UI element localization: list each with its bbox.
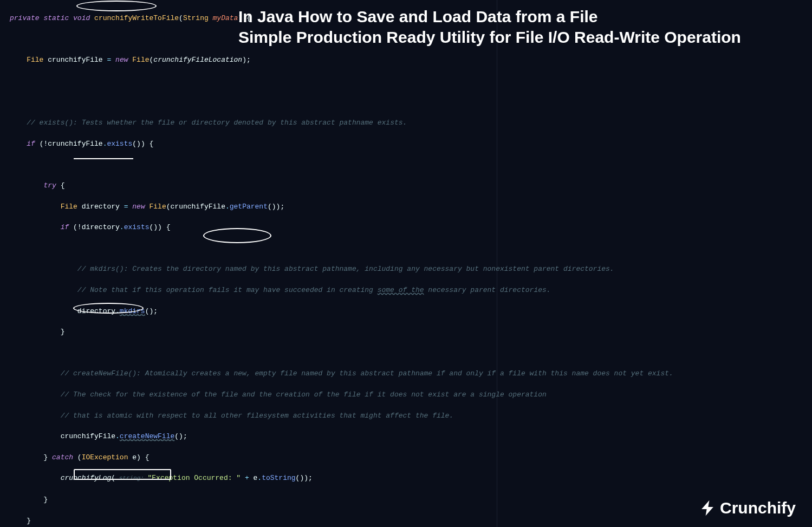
title-line-2: Simple Production Ready Utility for File… (238, 27, 790, 48)
code-line: crunchifyLog( string: "Exception Occurre… (10, 473, 802, 484)
code-line: crunchifyFile.createNewFile(); (10, 431, 802, 441)
annotation-underline-mkdirs (74, 158, 133, 159)
code-line: try { (10, 180, 802, 191)
code-line: } (10, 327, 802, 337)
title-line-1: In Java How to Save and Load Data from a… (238, 6, 790, 27)
brand-logo: Crunchify (698, 499, 796, 517)
code-line: // exists(): Tests whether the file or d… (10, 118, 802, 128)
article-title: In Java How to Save and Load Data from a… (238, 6, 790, 48)
code-line: } (10, 495, 802, 505)
code-line: // Note that if this operation fails it … (10, 285, 802, 295)
code-line: // The check for the existence of the fi… (10, 389, 802, 400)
code-line: // createNewFile(): Atomically creates a… (10, 368, 802, 379)
code-line: // that is atomic with respect to all ot… (10, 411, 802, 421)
code-line: } (10, 516, 802, 526)
brand-icon (698, 499, 717, 517)
code-line: File crunchifyFile = new File(crunchifyF… (10, 55, 802, 65)
code-editor: private static void crunchifyWriteToFile… (0, 0, 812, 527)
code-line: directory.mkdirs(); (10, 306, 802, 316)
code-line: } catch (IOException e) { (10, 452, 802, 463)
code-line: File directory = new File(crunchifyFile.… (10, 201, 802, 212)
code-line: if (!directory.exists()) { (10, 222, 802, 232)
code-line: // mkdirs(): Creates the directory named… (10, 264, 802, 274)
code-line: if (!crunchifyFile.exists()) { (10, 139, 802, 149)
brand-text: Crunchify (720, 503, 796, 513)
